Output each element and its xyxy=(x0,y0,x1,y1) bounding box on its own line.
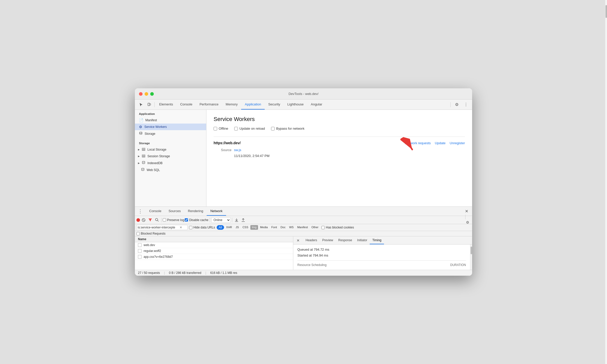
sidebar-item-local-storage[interactable]: ▶ Local Storage xyxy=(135,146,206,153)
sidebar-item-storage[interactable]: Storage xyxy=(135,130,206,137)
close-lower-panel-icon[interactable]: ✕ xyxy=(463,208,470,215)
filter-all-button[interactable]: All xyxy=(217,225,224,230)
storage-icon xyxy=(139,131,143,136)
hide-data-urls-text: Hide data URLs xyxy=(193,226,215,229)
svg-rect-8 xyxy=(142,157,145,157)
has-blocked-cookies-text: Has blocked cookies xyxy=(326,226,354,229)
filter-css-button[interactable]: CSS xyxy=(241,225,250,230)
network-requests-link[interactable]: Network requests xyxy=(405,141,431,145)
export-har-icon[interactable] xyxy=(240,217,246,223)
update-link[interactable]: Update xyxy=(435,141,446,145)
tab-memory[interactable]: Memory xyxy=(222,100,241,110)
tab-performance[interactable]: Performance xyxy=(196,100,222,110)
tab-sources-lower[interactable]: Sources xyxy=(165,207,184,216)
sidebar-section-application: Application xyxy=(135,110,206,117)
hide-data-urls-checkbox[interactable] xyxy=(189,226,192,229)
more-options-icon[interactable]: ⋮ xyxy=(462,101,470,109)
update-on-reload-checkbox[interactable] xyxy=(234,127,238,130)
request-item-icon-2 xyxy=(138,249,142,253)
detail-tab-initiator[interactable]: Initiator xyxy=(355,236,370,244)
disable-cache-checkbox[interactable] xyxy=(185,218,188,222)
sw-checkboxes-row: Offline Update on reload Bypass for netw… xyxy=(214,127,465,130)
unregister-link[interactable]: Unregister xyxy=(450,141,465,145)
tab-lighthouse[interactable]: Lighthouse xyxy=(284,100,307,110)
request-list: Name web.dev regular.woff2 xyxy=(135,236,293,270)
blocked-requests-checkbox[interactable] xyxy=(136,232,140,235)
detail-tab-preview[interactable]: Preview xyxy=(320,236,336,244)
update-on-reload-checkbox-label[interactable]: Update on reload xyxy=(234,127,265,130)
sidebar-item-session-storage-label: Session Storage xyxy=(147,154,170,158)
import-har-icon[interactable] xyxy=(234,217,240,223)
offline-checkbox-label[interactable]: Offline xyxy=(214,127,228,130)
filter-clear-icon[interactable]: ✕ xyxy=(180,226,182,229)
minimize-button[interactable] xyxy=(145,92,148,96)
offline-checkbox[interactable] xyxy=(214,127,217,130)
request-item-regular-woff2[interactable]: regular.woff2 xyxy=(135,248,293,254)
filter-manifest-button[interactable]: Manifest xyxy=(296,225,309,230)
device-toggle-icon[interactable] xyxy=(145,101,153,109)
preserve-log-text: Preserve log xyxy=(167,218,184,222)
maximize-button[interactable] xyxy=(150,92,154,96)
devtools-window: DevTools - web.dev/ Elements Console Per… xyxy=(135,88,472,276)
cursor-icon[interactable] xyxy=(137,101,145,109)
detail-tab-headers[interactable]: Headers xyxy=(303,236,320,244)
hide-data-urls-label[interactable]: Hide data URLs xyxy=(189,226,215,229)
filter-input-wrap[interactable]: is:service-worker-intercepte ✕ xyxy=(136,225,188,230)
filter-ws-button[interactable]: WS xyxy=(288,225,295,230)
sidebar-item-web-sql[interactable]: Web SQL xyxy=(135,166,206,173)
clear-log-icon[interactable] xyxy=(141,217,147,223)
filter-font-button[interactable]: Font xyxy=(270,225,278,230)
preserve-log-label[interactable]: Preserve log xyxy=(163,218,184,222)
bypass-checkbox[interactable] xyxy=(271,127,275,130)
more-panels-icon[interactable]: ⋮ xyxy=(137,209,144,214)
lower-toolbar: ⋮ Console Sources Rendering Network ✕ xyxy=(135,207,472,216)
filter-doc-button[interactable]: Doc xyxy=(279,225,287,230)
tab-rendering-lower[interactable]: Rendering xyxy=(184,207,207,216)
svg-point-9 xyxy=(142,161,145,162)
tab-network-lower[interactable]: Network xyxy=(207,207,226,216)
filter-icon[interactable] xyxy=(147,217,153,223)
request-item-web-dev[interactable]: web.dev xyxy=(135,242,293,248)
svg-rect-3 xyxy=(142,148,145,149)
request-list-body: web.dev regular.woff2 app.css?v=6e2768d7 xyxy=(135,242,293,270)
has-blocked-cookies-label[interactable]: Has blocked cookies xyxy=(321,226,354,229)
tab-console-lower[interactable]: Console xyxy=(146,207,165,216)
preserve-log-checkbox[interactable] xyxy=(163,218,166,222)
disable-cache-label[interactable]: Disable cache xyxy=(185,218,208,222)
record-button[interactable] xyxy=(136,218,140,222)
tab-console[interactable]: Console xyxy=(177,100,196,110)
tab-angular[interactable]: Angular xyxy=(307,100,326,110)
resource-scheduling-label: Resource Scheduling xyxy=(297,263,326,267)
request-item-name-3: app.css?v=6e2768d7 xyxy=(144,255,290,259)
filter-input[interactable]: is:service-worker-intercepte xyxy=(138,226,179,229)
search-icon[interactable] xyxy=(154,217,160,223)
sidebar-item-indexeddb[interactable]: ▶ IndexedDB xyxy=(135,160,206,166)
tab-application[interactable]: Application xyxy=(241,100,265,110)
tab-security[interactable]: Security xyxy=(265,100,284,110)
settings-icon[interactable]: ⚙ xyxy=(453,101,461,109)
request-item-app-css[interactable]: app.css?v=6e2768d7 xyxy=(135,254,293,260)
svg-point-14 xyxy=(155,219,158,221)
close-detail-icon[interactable]: ✕ xyxy=(295,238,301,243)
filter-js-button[interactable]: JS xyxy=(234,225,240,230)
sidebar-item-manifest[interactable]: 📄 Manifest xyxy=(135,117,206,124)
detail-tab-response[interactable]: Response xyxy=(336,236,355,244)
bypass-checkbox-label[interactable]: Bypass for network xyxy=(271,127,305,130)
throttle-select[interactable]: Online Fast 3G Slow 3G Offline xyxy=(211,217,231,223)
source-value-link[interactable]: sw.js xyxy=(234,148,241,152)
has-blocked-cookies-checkbox[interactable] xyxy=(321,226,325,229)
filter-other-button[interactable]: Other xyxy=(310,225,320,230)
detail-tab-timing[interactable]: Timing xyxy=(370,236,384,244)
filter-xhr-button[interactable]: XHR xyxy=(225,225,234,230)
sidebar-item-session-storage[interactable]: ▶ Session Storage xyxy=(135,153,206,160)
tab-elements[interactable]: Elements xyxy=(156,100,177,110)
nt-separator-3 xyxy=(232,218,232,222)
filter-media-button[interactable]: Media xyxy=(259,225,269,230)
close-button[interactable] xyxy=(139,92,143,96)
toolbar-right: ⚙ ⋮ xyxy=(449,101,470,109)
filter-img-button[interactable]: Img xyxy=(250,225,258,230)
blocked-requests-label[interactable]: Blocked Requests xyxy=(136,232,471,235)
update-on-reload-label: Update on reload xyxy=(239,127,265,130)
svg-line-13 xyxy=(143,219,144,221)
sidebar-item-service-workers[interactable]: ⚙ Service Workers xyxy=(135,124,206,130)
